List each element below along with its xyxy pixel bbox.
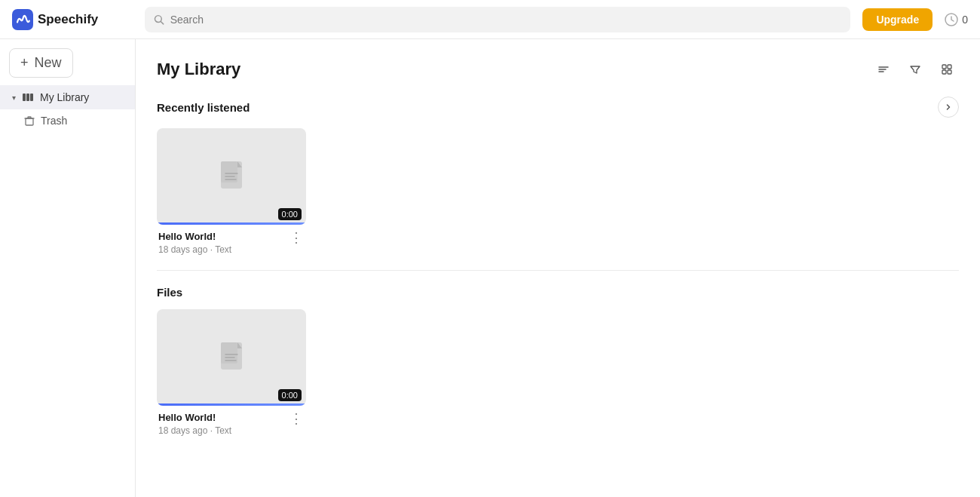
card-text: Hello World! 18 days ago · Text — [158, 412, 231, 436]
logo-icon — [12, 9, 33, 30]
progress-fill — [157, 222, 306, 225]
header-actions — [871, 57, 959, 81]
files-section: Files — [157, 286, 959, 436]
chevron-right-icon — [945, 103, 952, 111]
sidebar: + New ▾ My Library Trash — [0, 39, 136, 497]
new-button-label: New — [35, 55, 62, 71]
filter-icon — [909, 63, 921, 75]
sidebar-item-trash[interactable]: Trash — [0, 109, 135, 132]
card-title: Hello World! — [158, 412, 231, 423]
card-more-button[interactable]: ⋮ — [288, 412, 305, 425]
svg-rect-5 — [26, 94, 29, 101]
sort-button[interactable] — [871, 57, 896, 81]
svg-rect-14 — [948, 70, 951, 74]
topbar: Speechify Upgrade 0 — [0, 0, 980, 39]
logo-text: Speechify — [38, 12, 98, 27]
sidebar-my-library-label: My Library — [40, 91, 89, 103]
page-title: My Library — [157, 60, 240, 79]
trash-icon — [24, 115, 35, 126]
content-area: My Library — [136, 39, 980, 497]
grid-icon — [941, 63, 953, 75]
card-thumbnail: 0:00 — [157, 309, 306, 406]
svg-rect-6 — [30, 94, 33, 101]
content-header: My Library — [157, 57, 959, 81]
svg-rect-4 — [23, 94, 26, 101]
sidebar-trash-label: Trash — [41, 115, 67, 127]
section-divider — [157, 270, 959, 271]
list-item[interactable]: 0:00 Hello World! 18 days ago · Text ⋮ — [157, 128, 306, 255]
recently-listened-nav-arrow[interactable] — [938, 97, 959, 118]
new-button[interactable]: + New — [9, 48, 73, 78]
progress-bar — [157, 222, 306, 225]
credits-display: 0 — [945, 13, 968, 26]
card-meta: 18 days ago · Text — [158, 425, 231, 436]
files-cards: 0:00 Hello World! 18 days ago · Text ⋮ — [157, 309, 959, 436]
search-input[interactable] — [170, 14, 842, 26]
grid-view-button[interactable] — [935, 57, 959, 81]
progress-fill — [157, 403, 306, 406]
recently-listened-cards: 0:00 Hello World! 18 days ago · Text ⋮ — [157, 128, 959, 255]
progress-bar — [157, 403, 306, 406]
sidebar-item-my-library[interactable]: ▾ My Library — [0, 85, 135, 109]
svg-line-2 — [161, 21, 163, 23]
sort-icon — [877, 63, 890, 75]
card-text: Hello World! 18 days ago · Text — [158, 231, 231, 255]
library-icon — [22, 91, 34, 103]
card-thumbnail: 0:00 — [157, 128, 306, 225]
plus-icon: + — [20, 55, 29, 71]
svg-rect-11 — [942, 65, 946, 69]
doc-icon — [218, 160, 245, 193]
chevron-down-icon: ▾ — [12, 94, 16, 102]
doc-icon — [218, 341, 245, 374]
svg-rect-13 — [942, 70, 946, 74]
search-icon — [154, 14, 164, 25]
upgrade-button[interactable]: Upgrade — [862, 8, 933, 31]
credits-icon — [945, 13, 958, 26]
recently-listened-label: Recently listened — [157, 97, 959, 118]
svg-rect-12 — [948, 65, 951, 69]
card-meta: 18 days ago · Text — [158, 244, 231, 255]
files-label: Files — [157, 286, 959, 299]
time-badge: 0:00 — [278, 208, 302, 220]
search-bar[interactable] — [145, 7, 850, 32]
time-badge: 0:00 — [278, 389, 302, 401]
card-info: Hello World! 18 days ago · Text ⋮ — [157, 412, 306, 436]
logo: Speechify — [12, 9, 133, 30]
recently-listened-section: Recently listened — [157, 97, 959, 255]
list-item[interactable]: 0:00 Hello World! 18 days ago · Text ⋮ — [157, 309, 306, 436]
card-title: Hello World! — [158, 231, 231, 242]
main-layout: + New ▾ My Library Trash My Library — [0, 39, 980, 497]
card-info: Hello World! 18 days ago · Text ⋮ — [157, 231, 306, 255]
filter-button[interactable] — [903, 57, 927, 81]
svg-rect-7 — [26, 118, 33, 125]
card-more-button[interactable]: ⋮ — [288, 231, 305, 244]
credits-count: 0 — [962, 14, 968, 26]
